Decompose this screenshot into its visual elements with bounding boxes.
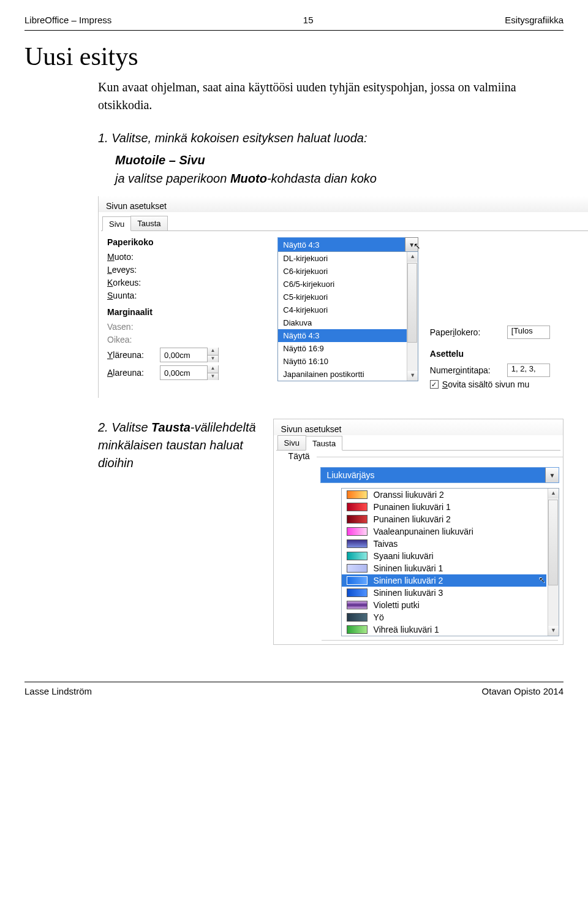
format-option[interactable]: C6/5-kirjekuori (278, 278, 418, 291)
spinner-down-icon[interactable]: ▼ (208, 373, 218, 380)
cursor-icon: ↖ (539, 576, 545, 584)
tab-sivu-2[interactable]: Sivu (277, 435, 306, 450)
format-dropdown-list[interactable]: DL-kirjekuoriC6-kirjekuoriC6/5-kirjekuor… (277, 251, 418, 381)
checkbox-fit-content[interactable]: ✓ (430, 380, 439, 389)
page-setup-dialog-1: Sivun asetukset Sivu Tausta Paperikoko M… (98, 196, 588, 398)
gradient-option-label: Yö (374, 612, 384, 622)
label-vasen: Vasen: (107, 322, 155, 332)
scroll-thumb[interactable] (407, 263, 417, 343)
format-option[interactable]: Näyttö 16:9 (278, 342, 418, 355)
gradient-option-label: Sininen liukuväri 3 (374, 588, 443, 598)
format-option[interactable]: C5-kirjekuori (278, 291, 418, 303)
group-tayta: Täytä (286, 451, 312, 461)
swatch-icon (347, 527, 368, 536)
gradient-option-label: Taivas (374, 539, 398, 549)
scroll-up-icon[interactable]: ▲ (548, 489, 559, 498)
format-combobox[interactable]: Näyttö 4:3 ▼ ↖ (277, 237, 418, 252)
spinner-down-icon[interactable]: ▼ (208, 355, 218, 362)
gradient-option-label: Vaaleanpunainen liukuväri (374, 527, 473, 536)
header-left: LibreOffice – Impress (24, 15, 111, 25)
gradient-option-label: Syaani liukuväri (374, 551, 434, 561)
gradient-option[interactable]: Taivas (342, 538, 546, 550)
label-alareuna: Alareuna: (107, 368, 155, 378)
gradient-option-label: Sininen liukuväri 1 (374, 563, 443, 573)
group-paperikoko: Paperikoko (107, 237, 271, 247)
swatch-icon (347, 515, 368, 524)
format-option[interactable]: DL-kirjekuori (278, 252, 418, 265)
dialog-title: Sivun asetukset (99, 196, 588, 212)
chevron-down-icon[interactable]: ▼ (545, 468, 559, 482)
tab-sivu[interactable]: Sivu (102, 216, 131, 231)
gradient-option-label: Punainen liukuväri 1 (374, 502, 451, 512)
label-suunta: Suunta: (107, 291, 155, 300)
gradient-option-label: Oranssi liukuväri 2 (374, 490, 444, 500)
format-option[interactable]: Näyttö 16:10 (278, 355, 418, 368)
intro-paragraph: Kun avaat ohjelman, saat aina käyttöösi … (98, 78, 564, 114)
label-leveys: Leveys: (107, 265, 155, 275)
gradient-option[interactable]: Vihreä liukuväri 1 (342, 623, 546, 636)
gradient-option[interactable]: Sininen liukuväri 1 (342, 562, 546, 574)
gradient-option[interactable]: Oranssi liukuväri 2 (342, 489, 546, 501)
scroll-down-icon[interactable]: ▼ (407, 371, 418, 381)
gradient-option-label: Punainen liukuväri 2 (374, 514, 451, 524)
format-option[interactable]: C4-kirjekuori (278, 303, 418, 316)
swatch-icon (347, 613, 368, 622)
swatch-icon (347, 490, 368, 499)
swatch-icon (347, 588, 368, 597)
header-right: Esitysgrafiikka (505, 15, 564, 25)
spinner-up-icon[interactable]: ▲ (208, 365, 218, 373)
page-header: LibreOffice – Impress 15 Esitysgrafiikka (24, 15, 564, 25)
swatch-icon (347, 552, 368, 560)
cursor-icon: ↖ (413, 241, 421, 251)
gradient-option[interactable]: Punainen liukuväri 2 (342, 513, 546, 525)
scroll-down-icon[interactable]: ▼ (548, 626, 559, 636)
input-numerointitapa[interactable]: 1, 2, 3, (507, 364, 550, 377)
divider (322, 640, 558, 641)
swatch-icon (347, 539, 368, 548)
scroll-up-icon[interactable]: ▲ (407, 252, 418, 262)
gradient-option[interactable]: Vaaleanpunainen liukuväri (342, 525, 546, 538)
page-footer: Lasse Lindström Otavan Opisto 2014 (24, 682, 564, 696)
format-option[interactable]: Diakuva (278, 316, 418, 329)
input-alareuna[interactable]: 0,00cm ▲▼ (160, 365, 219, 380)
fill-type-combobox[interactable]: Liukuvärjäys ▼ (320, 467, 559, 483)
format-option[interactable]: Näyttö 4:3 (278, 329, 418, 342)
gradient-option-label: Violetti putki (374, 600, 420, 610)
swatch-icon (347, 564, 368, 573)
gradient-option-label: Vihreä liukuväri 1 (374, 625, 439, 634)
tab-tausta-2[interactable]: Tausta (306, 436, 342, 451)
swatch-icon (347, 503, 368, 511)
spinner-up-icon[interactable]: ▲ (208, 348, 218, 355)
swatch-icon (347, 601, 368, 609)
header-center: 15 (303, 15, 314, 25)
gradient-option[interactable]: Punainen liukuväri 1 (342, 501, 546, 513)
input-paperilokero[interactable]: [Tulos (507, 326, 550, 339)
scrollbar[interactable]: ▲▼ (407, 252, 418, 381)
format-option[interactable]: C6-kirjekuori (278, 265, 418, 278)
step-1-cont: ja valitse paperikoon Muoto-kohdasta dia… (115, 169, 564, 188)
gradient-option[interactable]: Sininen liukuväri 3 (342, 587, 546, 599)
group-marginaalit: Marginaalit (107, 307, 271, 317)
scrollbar[interactable]: ▲▼ (548, 489, 559, 636)
tab-tausta[interactable]: Tausta (130, 216, 167, 230)
gradient-listbox[interactable]: Oranssi liukuväri 2Punainen liukuväri 1P… (341, 488, 559, 636)
page-setup-dialog-2: Sivun asetukset Sivu Tausta Täytä Liukuv… (273, 419, 564, 645)
page-title: Uusi esitys (24, 42, 564, 71)
label-paperilokero: Paperilokero: (430, 327, 503, 337)
gradient-option[interactable]: Syaani liukuväri (342, 550, 546, 562)
scroll-thumb[interactable] (548, 500, 558, 585)
label-oikea: Oikea: (107, 335, 155, 345)
tabs-2: Sivu Tausta (276, 435, 560, 451)
step-2: 2. Valitse Tausta-välilehdeltä minkälais… (98, 419, 261, 472)
swatch-icon (347, 625, 368, 634)
label-ylareuna: Yläreuna: (107, 350, 155, 360)
format-option[interactable]: Japanilainen postikortti (278, 368, 418, 381)
dialog-title-2: Sivun asetukset (274, 419, 563, 435)
group-asettelu: Asettelu (430, 349, 588, 359)
label-korkeus: Korkeus: (107, 278, 155, 288)
input-ylareuna[interactable]: 0,00cm ▲▼ (160, 348, 219, 362)
gradient-option[interactable]: Violetti putki (342, 599, 546, 611)
gradient-option[interactable]: Yö (342, 611, 546, 623)
footer-right: Otavan Opisto 2014 (482, 686, 564, 696)
gradient-option[interactable]: Sininen liukuväri 2↖ (342, 574, 546, 587)
